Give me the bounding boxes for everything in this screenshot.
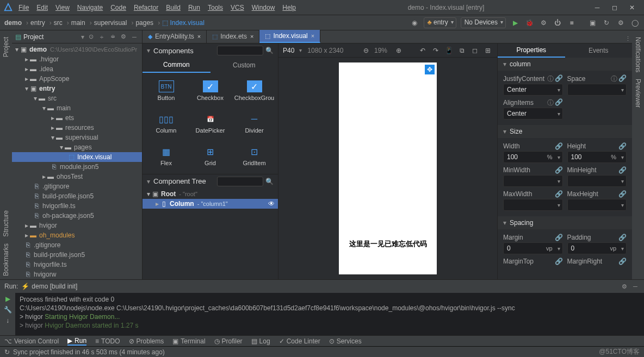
input-margin[interactable]: 0vp▾ [503, 242, 563, 254]
link-icon[interactable]: 🔗 [618, 142, 627, 150]
link-icon[interactable]: 🔗 [555, 190, 563, 198]
input-height[interactable]: 100%▾ [567, 151, 627, 163]
menu-navigate[interactable]: Navigate [77, 4, 103, 11]
link-icon[interactable]: 🔗 [555, 234, 563, 241]
device-frame[interactable]: ✥ 这里是一见已难忘低代码 [339, 62, 437, 274]
window-minimize-button[interactable]: ─ [589, 2, 606, 14]
sync-icon[interactable]: ↻ [602, 18, 611, 28]
zoom-in-icon[interactable]: ⊕ [394, 46, 404, 55]
menu-vcs[interactable]: VCS [231, 4, 244, 11]
debug-icon[interactable]: 🐞 [524, 18, 534, 28]
tab-events[interactable]: Events [565, 43, 633, 58]
tree-demo[interactable]: ▾▣demoC:\Users\24190\DevEcoStudioPr [12, 45, 142, 54]
crumb-2[interactable]: src [54, 19, 63, 27]
tree-gitignore2[interactable]: ⎘.gitignore [12, 240, 142, 250]
project-gear-icon[interactable]: ⚙ [119, 33, 128, 41]
window-close-button[interactable]: ✕ [623, 2, 641, 14]
menu-code[interactable]: Code [110, 4, 126, 11]
link-icon[interactable]: 🔗 [555, 166, 563, 174]
undo-icon[interactable]: ↶ [418, 46, 428, 55]
visibility-icon[interactable]: 👁 [268, 200, 275, 208]
section-size[interactable]: ▾Size [498, 125, 632, 138]
redo-icon[interactable]: ↷ [431, 46, 441, 55]
tree-hvigor[interactable]: ▸▬hvigor [12, 221, 142, 230]
edge-tab-previewer[interactable]: Previewer [633, 76, 643, 111]
move-handle-icon[interactable]: ✥ [425, 65, 435, 74]
run-hide-icon[interactable]: ─ [631, 282, 640, 291]
comp-datepicker[interactable]: 📅DatePicker [190, 109, 231, 138]
section-column[interactable]: ▾column [498, 58, 632, 71]
tab-index-visual[interactable]: ⬚Index.visual× [259, 30, 320, 43]
tree-main[interactable]: ▾▬main [12, 103, 142, 113]
btab-terminal[interactable]: ▣ Terminal [172, 337, 205, 345]
profile-icon[interactable]: ⚙ [538, 18, 548, 28]
crumb-4[interactable]: supervisual [94, 19, 127, 27]
phone-icon[interactable]: 📱 [444, 46, 454, 55]
tree-supervisual[interactable]: ▾▬supervisual [12, 133, 142, 142]
btab-version[interactable]: ⌥ Version Control [4, 337, 59, 345]
run-down-icon[interactable]: ↓ [6, 317, 9, 324]
crumb-3[interactable]: main [71, 19, 85, 27]
menu-edit[interactable]: Edit [36, 4, 48, 11]
input-maxheight[interactable]: ▾ [567, 199, 627, 211]
crumb-1[interactable]: entry [30, 19, 45, 27]
tree-hvigorw[interactable]: ⎘hvigorw [12, 270, 142, 279]
btab-todo[interactable]: ≡ TODO [95, 337, 120, 345]
chevron-down-icon[interactable]: ▾ [147, 178, 150, 185]
close-icon[interactable]: × [250, 33, 253, 40]
tree-search-input[interactable] [217, 177, 263, 186]
tree-buildprofile2[interactable]: ⎘build-profile.json5 [12, 250, 142, 260]
search-icon[interactable]: 🔍 [265, 47, 274, 54]
tree-hvigor-dir[interactable]: ▸▬.hvigor [12, 54, 142, 64]
tree-gitignore[interactable]: ⎘.gitignore [12, 181, 142, 191]
tree-idea[interactable]: ▸▬.idea [12, 64, 142, 74]
search-icon[interactable]: 🔍 [265, 178, 274, 185]
tree-src[interactable]: ▾▬src [12, 93, 142, 103]
menu-view[interactable]: View [55, 4, 70, 11]
tree-ohpkg[interactable]: ⎘oh-package.json5 [12, 211, 142, 221]
tree-ohmodules[interactable]: ▸▬oh_modules [12, 230, 142, 240]
project-dropdown-icon[interactable]: ▾ [81, 33, 84, 41]
btab-profiler[interactable]: ◷ Profiler [214, 337, 243, 345]
tabs-more-icon[interactable]: ⋮ [623, 34, 632, 43]
play-icon[interactable]: ▶ [510, 18, 520, 28]
components-search-input[interactable] [217, 46, 263, 55]
comp-flex[interactable]: ▦Flex [146, 141, 187, 171]
info-icon[interactable]: ⓘ [547, 98, 554, 108]
chevron-down-icon[interactable]: ▾ [147, 47, 150, 54]
link-icon[interactable]: 🔗 [555, 74, 563, 84]
project-tree[interactable]: ▾▣demoC:\Users\24190\DevEcoStudioPr ▸▬.h… [12, 43, 142, 279]
tree-buildprofile[interactable]: ⎘build-profile.json5 [12, 191, 142, 201]
stop-icon[interactable]: ■ [567, 18, 577, 28]
comp-grid[interactable]: ⊞Grid [190, 141, 231, 171]
close-icon[interactable]: × [311, 33, 314, 39]
device-dropdown[interactable]: P40 [283, 47, 302, 54]
input-align[interactable]: Center▾ [503, 108, 563, 120]
project-hide-icon[interactable]: ─ [130, 33, 139, 41]
tree-appscope[interactable]: ▸▬AppScope [12, 74, 142, 84]
link-icon[interactable]: 🔗 [555, 98, 563, 108]
tree-module[interactable]: ⎘module.json5 [12, 162, 142, 172]
comp-griditem[interactable]: ⊡GridItem [234, 141, 275, 171]
link-icon[interactable]: 🔗 [618, 190, 627, 198]
btab-services[interactable]: ⊙ Services [329, 337, 362, 345]
attach-icon[interactable]: ⏻ [553, 18, 562, 28]
menu-window[interactable]: Window [252, 4, 275, 11]
comp-button[interactable]: BTNButton [146, 76, 187, 105]
copy-icon[interactable]: ⧉ [457, 46, 467, 55]
menu-build[interactable]: Build [166, 4, 181, 11]
input-justify[interactable]: Center▾ [503, 84, 563, 96]
input-minwidth[interactable]: ▾ [503, 175, 563, 187]
crumb-6[interactable]: ⬚ Index.visual [162, 19, 205, 27]
run-config-dropdown[interactable]: ♣ entry [424, 17, 456, 28]
tree-ohostest[interactable]: ▸▬ohosTest [12, 172, 142, 181]
edge-tab-project[interactable]: Project [1, 34, 11, 60]
layout-icon[interactable]: ⊞ [483, 46, 493, 55]
compass-icon[interactable]: ◉ [410, 18, 419, 28]
menu-file[interactable]: File [18, 4, 29, 11]
close-icon[interactable]: × [197, 33, 201, 40]
input-padding[interactable]: 0vp▾ [567, 242, 627, 254]
subtab-common[interactable]: Common [143, 58, 210, 73]
tree-entry[interactable]: ▾▣entry [12, 84, 142, 93]
tab-index-ets[interactable]: ⬚Index.ets× [207, 30, 259, 43]
